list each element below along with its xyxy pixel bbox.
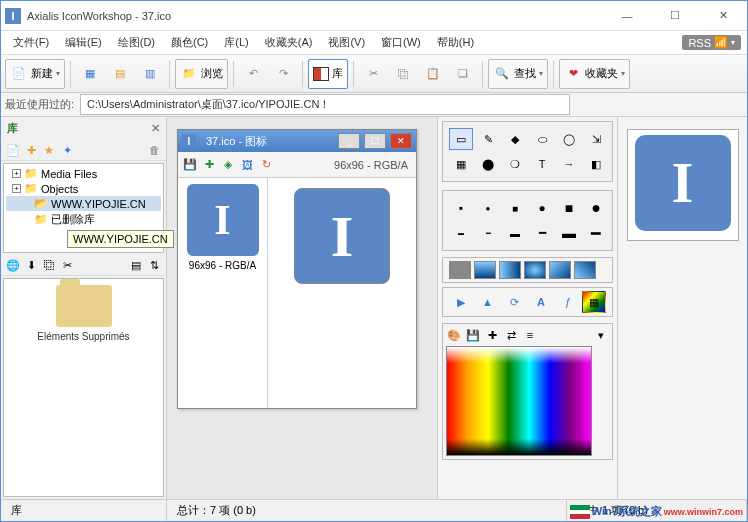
fx-color[interactable]: ▦ (582, 291, 606, 313)
tool-arrow[interactable]: → (557, 153, 581, 175)
edit-canvas[interactable]: I (268, 178, 416, 408)
tree-item-deleted[interactable]: 📁 已删除库 (6, 211, 161, 228)
doc-maximize-button[interactable]: ☐ (364, 133, 386, 149)
document-titlebar[interactable]: I 37.ico - 图标 _ ☐ ✕ (178, 130, 416, 152)
size-2[interactable]: ● (476, 197, 500, 219)
tool-line[interactable]: ⇲ (584, 128, 608, 150)
grad-6[interactable] (574, 261, 596, 279)
library-close-button[interactable]: ✕ (151, 122, 160, 135)
lib-star-icon[interactable]: ★ (41, 142, 57, 158)
minimize-button[interactable]: — (607, 2, 647, 30)
lib-new-icon[interactable]: 📄 (5, 142, 21, 158)
tool-pencil[interactable]: ✎ (476, 128, 500, 150)
menu-favorites[interactable]: 收藏夹(A) (259, 33, 319, 52)
line-4[interactable]: ━ (530, 222, 554, 244)
menu-window[interactable]: 窗口(W) (375, 33, 427, 52)
grad-4[interactable] (524, 261, 546, 279)
browse-button[interactable]: 📁 浏览 (175, 59, 228, 89)
file-net-icon[interactable]: 🌐 (5, 257, 21, 273)
redo-button[interactable]: ↷ (269, 59, 297, 89)
lib-fav-icon[interactable]: ✦ (59, 142, 75, 158)
lib-delete-icon[interactable]: 🗑 (146, 142, 162, 158)
grid-button-1[interactable]: ▦ (76, 59, 104, 89)
menu-draw[interactable]: 绘图(D) (112, 33, 161, 52)
thumbnail-image[interactable]: I (187, 184, 259, 256)
layers-button[interactable]: ❏ (449, 59, 477, 89)
menu-library[interactable]: 库(L) (218, 33, 254, 52)
fx-flip[interactable]: ▲ (476, 291, 500, 313)
doc-minimize-button[interactable]: _ (338, 133, 360, 149)
doc-refresh-icon[interactable]: ↻ (258, 157, 274, 173)
tool-fill[interactable]: ▦ (449, 153, 473, 175)
size-3[interactable]: ■ (503, 197, 527, 219)
tree-item-yipojie[interactable]: 📂 WWW.YIPOJIE.CN (6, 196, 161, 211)
color-grid[interactable] (446, 346, 592, 456)
pal-swap-icon[interactable]: ⇄ (503, 327, 519, 343)
undo-button[interactable]: ↶ (239, 59, 267, 89)
tool-dot2[interactable]: ❍ (503, 153, 527, 175)
library-button[interactable]: 库 (308, 59, 348, 89)
doc-add-icon[interactable]: ✚ (201, 157, 217, 173)
menu-color[interactable]: 颜色(C) (165, 33, 214, 52)
find-button[interactable]: 🔍 查找▾ (488, 59, 548, 89)
icon-preview[interactable]: I (294, 188, 390, 284)
fx-rotate[interactable]: ⟳ (502, 291, 526, 313)
line-1[interactable]: ▬ (449, 222, 473, 244)
new-button[interactable]: 📄 新建▾ (5, 59, 65, 89)
tool-rect[interactable]: ◧ (584, 153, 608, 175)
menu-help[interactable]: 帮助(H) (431, 33, 480, 52)
file-sort-icon[interactable]: ⇅ (146, 257, 162, 273)
tree-item-objects[interactable]: + 📁 Objects (6, 181, 161, 196)
tool-dot1[interactable]: ⬤ (476, 153, 500, 175)
expand-icon[interactable]: + (12, 169, 21, 178)
grad-1[interactable] (449, 261, 471, 279)
expand-icon[interactable]: + (12, 184, 21, 193)
size-4[interactable]: ● (530, 197, 554, 219)
size-5[interactable]: ■ (557, 197, 581, 219)
tool-select[interactable]: ▭ (449, 128, 473, 150)
line-5[interactable]: ▬ (557, 222, 581, 244)
menu-view[interactable]: 视图(V) (322, 33, 371, 52)
folder-large-icon[interactable] (56, 285, 112, 327)
paste-button[interactable]: 📋 (419, 59, 447, 89)
menu-edit[interactable]: 编辑(E) (59, 33, 108, 52)
tool-ellipse[interactable]: ⬭ (530, 128, 554, 150)
cut-button[interactable]: ✂ (359, 59, 387, 89)
fx-func[interactable]: ƒ (556, 291, 580, 313)
tool-circle[interactable]: ◯ (557, 128, 581, 150)
size-1[interactable]: ■ (449, 197, 473, 219)
file-cut-icon[interactable]: ✂ (59, 257, 75, 273)
pal-list-icon[interactable]: ≡ (522, 327, 538, 343)
path-field[interactable]: C:\Users\Administrator\桌面\37.ico/YIPOJIE… (80, 94, 570, 115)
doc-close-button[interactable]: ✕ (390, 133, 412, 149)
grad-2[interactable] (474, 261, 496, 279)
grid-button-2[interactable]: ▤ (106, 59, 134, 89)
file-copy-icon[interactable]: ⿻ (41, 257, 57, 273)
grad-5[interactable] (549, 261, 571, 279)
maximize-button[interactable]: ☐ (655, 2, 695, 30)
line-6[interactable]: ━ (584, 222, 608, 244)
pal-pick-icon[interactable]: 🎨 (446, 327, 462, 343)
favorites-button[interactable]: ❤ 收藏夹▾ (559, 59, 630, 89)
pal-add-icon[interactable]: ✚ (484, 327, 500, 343)
fx-text[interactable]: A (529, 291, 553, 313)
fx-play[interactable]: ▶ (449, 291, 473, 313)
file-down-icon[interactable]: ⬇ (23, 257, 39, 273)
menu-file[interactable]: 文件(F) (7, 33, 55, 52)
tool-text[interactable]: T (530, 153, 554, 175)
grid-button-3[interactable]: ▥ (136, 59, 164, 89)
line-2[interactable]: ━ (476, 222, 500, 244)
size-6[interactable]: ● (584, 197, 608, 219)
file-list[interactable]: Eléments Supprimés (3, 278, 164, 497)
pal-save-icon[interactable]: 💾 (465, 327, 481, 343)
doc-img-icon[interactable]: 🖼 (239, 157, 255, 173)
lib-add-icon[interactable]: ✚ (23, 142, 39, 158)
rss-button[interactable]: RSS 📶 ▾ (682, 35, 741, 50)
tree-item-media[interactable]: + 📁 Media Files (6, 166, 161, 181)
doc-cube-icon[interactable]: ◈ (220, 157, 236, 173)
copy-button[interactable]: ⿻ (389, 59, 417, 89)
tool-eraser[interactable]: ◆ (503, 128, 527, 150)
line-3[interactable]: ▬ (503, 222, 527, 244)
close-button[interactable]: ✕ (703, 2, 743, 30)
thumbnail-pane[interactable]: I 96x96 - RGB/A (178, 178, 268, 408)
